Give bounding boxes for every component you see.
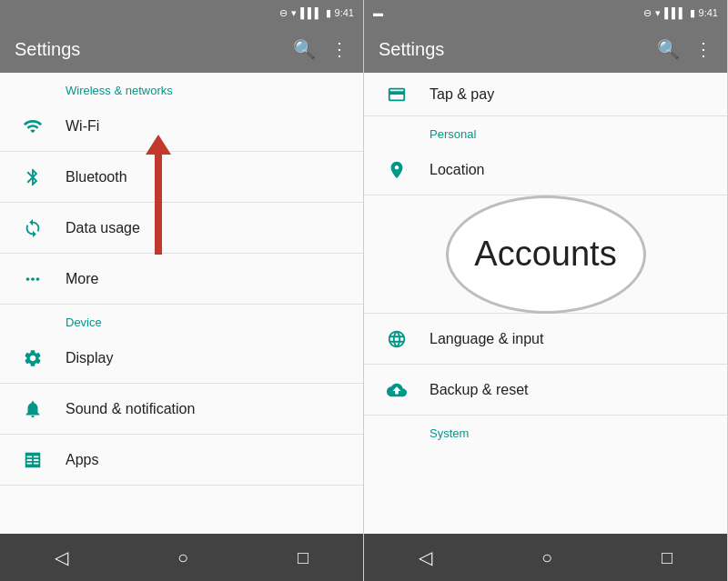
language-label: Language & input	[430, 331, 543, 347]
right-signal-icon: ▌▌▌	[664, 7, 685, 18]
right-more-icon[interactable]: ⋮	[694, 38, 713, 60]
wifi-icon	[15, 116, 51, 136]
battery-icon: ▮	[326, 7, 331, 19]
sound-icon	[15, 399, 51, 419]
section-system: System	[364, 416, 727, 444]
display-label: Display	[66, 350, 113, 366]
minus-icon: ⊖	[279, 7, 288, 19]
right-status-bar-left: ▬	[373, 7, 383, 18]
location-item[interactable]: Location	[364, 145, 727, 195]
apps-item[interactable]: Apps	[0, 435, 363, 486]
right-app-bar: Settings 🔍 ⋮	[364, 25, 727, 73]
right-phone-screen: ▬ ⊖ ▾ ▌▌▌ ▮ 9:41 Settings 🔍 ⋮ Tap & pay …	[364, 0, 728, 581]
section-device: Device	[0, 305, 363, 333]
right-status-bar: ▬ ⊖ ▾ ▌▌▌ ▮ 9:41	[364, 0, 727, 25]
right-status-bar-right: ⊖ ▾ ▌▌▌ ▮ 9:41	[643, 7, 718, 19]
more-item[interactable]: More	[0, 254, 363, 305]
tap-pay-item[interactable]: Tap & pay	[364, 73, 727, 116]
backup-item[interactable]: Backup & reset	[364, 365, 727, 416]
bluetooth-label: Bluetooth	[66, 169, 127, 185]
left-app-bar: Settings 🔍 ⋮	[0, 25, 363, 73]
accounts-item[interactable]: Accounts Accounts	[364, 195, 727, 314]
right-battery-icon: ▮	[690, 7, 695, 19]
tap-pay-icon	[379, 85, 415, 105]
bluetooth-icon	[15, 167, 51, 187]
right-app-title: Settings	[379, 39, 657, 60]
accounts-circle-text: Accounts	[474, 235, 616, 274]
data-usage-item[interactable]: Data usage	[0, 203, 363, 254]
left-app-bar-icons: 🔍 ⋮	[293, 38, 349, 60]
location-icon	[379, 160, 415, 180]
more-label: More	[66, 271, 98, 287]
left-app-title: Settings	[15, 39, 293, 60]
left-settings-content: Wireless & networks Wi-Fi Bluetooth Data…	[0, 73, 363, 534]
right-time-display: 9:41	[699, 7, 718, 18]
language-item[interactable]: Language & input	[364, 314, 727, 365]
left-back-btn[interactable]: ◁	[36, 539, 86, 576]
section-personal: Personal	[364, 116, 727, 145]
backup-icon	[379, 380, 415, 400]
right-back-btn[interactable]: ◁	[400, 539, 450, 576]
section-wireless-networks: Wireless & networks	[0, 73, 363, 101]
tap-pay-label: Tap & pay	[430, 86, 494, 103]
signal-icon: ▌▌▌	[300, 7, 321, 18]
right-search-icon[interactable]: 🔍	[657, 38, 680, 60]
right-settings-content: Tap & pay Personal Location Accounts Acc…	[364, 73, 727, 534]
left-phone-screen: ⊖ ▾ ▌▌▌ ▮ 9:41 Settings 🔍 ⋮ Wireless & n…	[0, 0, 364, 581]
right-app-bar-icons: 🔍 ⋮	[657, 38, 713, 60]
more-icon	[15, 269, 51, 289]
language-icon	[379, 329, 415, 349]
left-search-icon[interactable]: 🔍	[293, 38, 316, 60]
right-nav-bar: ◁ ○ □	[364, 534, 727, 581]
display-icon	[15, 348, 51, 368]
location-label: Location	[430, 162, 485, 178]
left-nav-bar: ◁ ○ □	[0, 534, 363, 581]
right-nfc-icon: ▬	[373, 7, 383, 18]
wifi-status-icon: ▾	[291, 7, 297, 19]
right-wifi-icon: ▾	[655, 7, 661, 19]
right-minus-icon: ⊖	[643, 7, 652, 19]
data-usage-label: Data usage	[66, 220, 140, 236]
bluetooth-item[interactable]: Bluetooth	[0, 152, 363, 203]
accounts-circle: Accounts	[446, 195, 646, 314]
sound-label: Sound & notification	[66, 401, 195, 417]
sound-item[interactable]: Sound & notification	[0, 384, 363, 435]
left-status-bar: ⊖ ▾ ▌▌▌ ▮ 9:41	[0, 0, 363, 25]
left-recents-btn[interactable]: □	[279, 540, 327, 576]
wifi-item[interactable]: Wi-Fi	[0, 101, 363, 152]
apps-label: Apps	[66, 452, 98, 468]
left-home-btn[interactable]: ○	[159, 540, 207, 576]
backup-label: Backup & reset	[430, 382, 529, 398]
left-status-bar-right: ⊖ ▾ ▌▌▌ ▮ 9:41	[279, 7, 354, 19]
apps-icon	[15, 450, 51, 470]
left-more-icon[interactable]: ⋮	[330, 38, 349, 60]
wifi-label: Wi-Fi	[66, 118, 99, 135]
display-item[interactable]: Display	[0, 333, 363, 384]
right-home-btn[interactable]: ○	[523, 540, 571, 576]
right-recents-btn[interactable]: □	[643, 540, 691, 576]
time-display: 9:41	[335, 7, 354, 18]
data-usage-icon	[15, 218, 51, 238]
